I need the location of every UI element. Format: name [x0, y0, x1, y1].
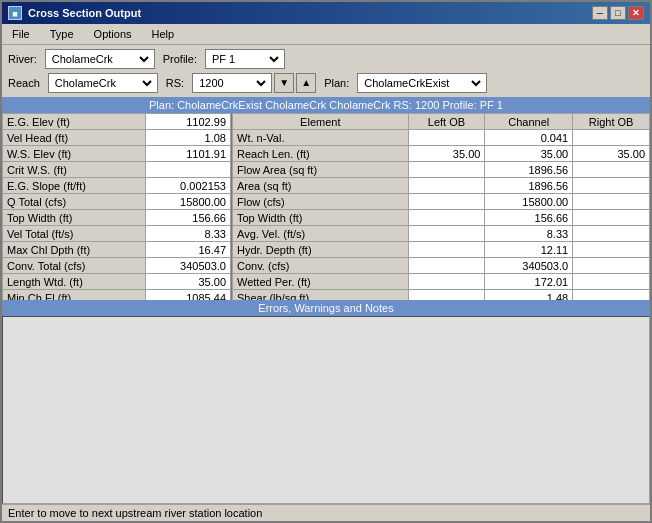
right-ob-cell: 35.00: [573, 146, 650, 162]
toolbar-row-1: River: CholameCrk Profile: PF 1: [8, 49, 644, 69]
channel-cell: 1896.56: [485, 178, 573, 194]
maximize-button[interactable]: □: [610, 6, 626, 20]
left-ob-cell: [408, 130, 485, 146]
menu-help[interactable]: Help: [146, 26, 181, 42]
right-ob-cell: [573, 162, 650, 178]
left-ob-cell: [408, 258, 485, 274]
river-combobox[interactable]: CholameCrk: [45, 49, 155, 69]
channel-cell: 12.11: [485, 242, 573, 258]
table-row: Max Chl Dpth (ft)16.47: [3, 242, 231, 258]
row-label: Conv. Total (cfs): [3, 258, 146, 274]
col-element-header: Element: [233, 114, 409, 130]
table-row: Area (sq ft)1896.56: [233, 178, 650, 194]
table-row: Reach Len. (ft)35.0035.0035.00: [233, 146, 650, 162]
river-select[interactable]: CholameCrk: [48, 52, 152, 66]
element-cell: Reach Len. (ft): [233, 146, 409, 162]
table-row: Length Wtd. (ft)35.00: [3, 274, 231, 290]
right-data-table: Element Left OB Channel Right OB Wt. n-V…: [232, 113, 650, 300]
channel-cell: 156.66: [485, 210, 573, 226]
menu-file[interactable]: File: [6, 26, 36, 42]
minimize-button[interactable]: ─: [592, 6, 608, 20]
row-label: Crit W.S. (ft): [3, 162, 146, 178]
left-ob-cell: [408, 274, 485, 290]
row-value: 1101.91: [145, 146, 230, 162]
menu-options[interactable]: Options: [88, 26, 138, 42]
element-cell: Flow Area (sq ft): [233, 162, 409, 178]
channel-cell: 8.33: [485, 226, 573, 242]
left-table: E.G. Elev (ft)1102.99Vel Head (ft)1.08W.…: [2, 113, 232, 300]
table-row: E.G. Elev (ft)1102.99: [3, 114, 231, 130]
table-row: Flow Area (sq ft)1896.56: [233, 162, 650, 178]
left-ob-cell: [408, 210, 485, 226]
profile-combobox[interactable]: PF 1: [205, 49, 285, 69]
right-ob-cell: [573, 274, 650, 290]
channel-cell: 340503.0: [485, 258, 573, 274]
river-label: River:: [8, 53, 37, 65]
title-buttons: ─ □ ✕: [592, 6, 644, 20]
row-value: 8.33: [145, 226, 230, 242]
close-button[interactable]: ✕: [628, 6, 644, 20]
table-row: Wetted Per. (ft)172.01: [233, 274, 650, 290]
left-ob-cell: 35.00: [408, 146, 485, 162]
row-value: [145, 162, 230, 178]
rs-up-button[interactable]: ▲: [296, 73, 316, 93]
left-ob-cell: [408, 226, 485, 242]
table-row: Min Ch El (ft)1085.44: [3, 290, 231, 300]
channel-cell: 0.041: [485, 130, 573, 146]
plan-combobox[interactable]: CholameCrkExist: [357, 73, 487, 93]
status-bar-text: Enter to move to next upstream river sta…: [8, 507, 262, 519]
row-label: Vel Total (ft/s): [3, 226, 146, 242]
row-label: W.S. Elev (ft): [3, 146, 146, 162]
left-ob-cell: [408, 242, 485, 258]
right-ob-cell: [573, 258, 650, 274]
table-row: Top Width (ft)156.66: [233, 210, 650, 226]
left-ob-cell: [408, 162, 485, 178]
profile-select[interactable]: PF 1: [208, 52, 282, 66]
table-row: Wt. n-Val.0.041: [233, 130, 650, 146]
info-bar: Plan: CholameCrkExist CholameCrk Cholame…: [2, 97, 650, 113]
element-cell: Flow (cfs): [233, 194, 409, 210]
right-ob-cell: [573, 226, 650, 242]
left-ob-cell: [408, 194, 485, 210]
plan-label: Plan:: [324, 77, 349, 89]
channel-cell: 172.01: [485, 274, 573, 290]
errors-bar-text: Errors, Warnings and Notes: [258, 302, 393, 314]
col-rightob-header: Right OB: [573, 114, 650, 130]
rs-select[interactable]: 1200: [195, 76, 269, 90]
rs-controls: 1200 ▼ ▲: [192, 73, 316, 93]
toolbar-row-2: Reach CholameCrk RS: 1200 ▼ ▲ Plan: Ch: [8, 73, 644, 93]
table-row: Flow (cfs)15800.00: [233, 194, 650, 210]
left-ob-cell: [408, 178, 485, 194]
left-ob-cell: [408, 290, 485, 300]
right-ob-cell: [573, 178, 650, 194]
element-cell: Avg. Vel. (ft/s): [233, 226, 409, 242]
row-value: 340503.0: [145, 258, 230, 274]
window-title: Cross Section Output: [28, 7, 141, 19]
reach-combobox[interactable]: CholameCrk: [48, 73, 158, 93]
table-row: W.S. Elev (ft)1101.91: [3, 146, 231, 162]
row-label: Max Chl Dpth (ft): [3, 242, 146, 258]
row-value: 0.002153: [145, 178, 230, 194]
table-row: Shear (lb/sq ft)1.48: [233, 290, 650, 300]
row-label: Q Total (cfs): [3, 194, 146, 210]
toolbar: River: CholameCrk Profile: PF 1 Reach Ch…: [2, 45, 650, 97]
plan-select[interactable]: CholameCrkExist: [360, 76, 484, 90]
channel-cell: 35.00: [485, 146, 573, 162]
table-row: Top Width (ft)156.66: [3, 210, 231, 226]
row-label: Length Wtd. (ft): [3, 274, 146, 290]
right-table: Element Left OB Channel Right OB Wt. n-V…: [232, 113, 650, 300]
status-bar: Enter to move to next upstream river sta…: [2, 504, 650, 521]
right-ob-cell: [573, 210, 650, 226]
title-bar: ■ Cross Section Output ─ □ ✕: [2, 2, 650, 24]
menu-type[interactable]: Type: [44, 26, 80, 42]
element-cell: Wt. n-Val.: [233, 130, 409, 146]
col-channel-header: Channel: [485, 114, 573, 130]
rs-down-button[interactable]: ▼: [274, 73, 294, 93]
app-icon: ■: [8, 6, 22, 20]
right-ob-cell: [573, 242, 650, 258]
rs-combobox[interactable]: 1200: [192, 73, 272, 93]
reach-select[interactable]: CholameCrk: [51, 76, 155, 90]
element-cell: Hydr. Depth (ft): [233, 242, 409, 258]
row-value: 35.00: [145, 274, 230, 290]
info-bar-text: Plan: CholameCrkExist CholameCrk Cholame…: [149, 99, 503, 111]
